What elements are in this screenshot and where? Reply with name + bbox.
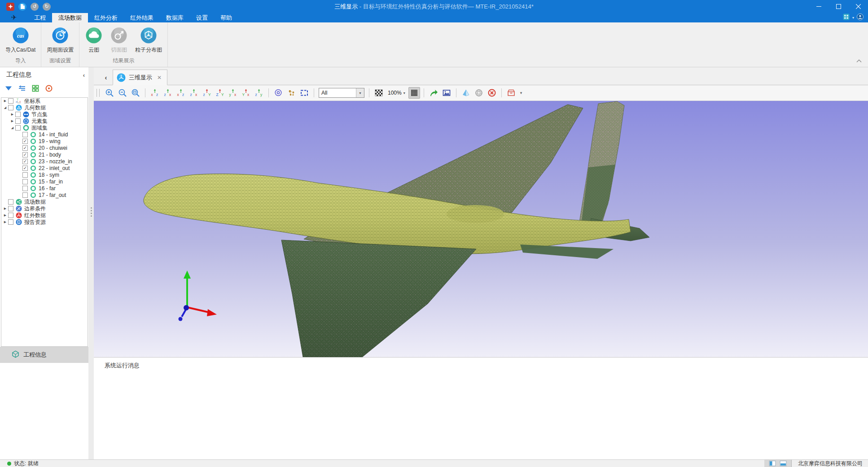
tree-checkbox[interactable] <box>22 179 28 184</box>
zoom-in-icon[interactable] <box>104 87 115 99</box>
viewport-3d[interactable] <box>94 101 868 357</box>
account-icon[interactable] <box>857 13 864 22</box>
tab-close-icon[interactable]: ✕ <box>157 74 162 81</box>
combo-dropdown-icon[interactable]: ▼ <box>356 88 364 97</box>
layout-bottom-icon[interactable] <box>780 461 787 466</box>
layout-left-icon[interactable] <box>769 461 776 466</box>
tree-item[interactable]: ✓22 - inlet_out <box>1 165 88 172</box>
tree-checkbox[interactable] <box>15 118 21 124</box>
mirror-icon[interactable] <box>460 87 472 99</box>
minimize-button[interactable] <box>809 0 829 13</box>
tree-checkbox[interactable] <box>8 98 13 104</box>
tree-item[interactable]: ✓19 - wing <box>1 138 88 145</box>
tree-expander-icon[interactable]: ▶ <box>2 207 8 210</box>
tree-checkbox[interactable]: ✓ <box>22 152 28 157</box>
filter-icon[interactable] <box>4 84 13 93</box>
tree-item[interactable]: 14 - int_fluid <box>1 131 88 138</box>
view-back-icon[interactable]: zx <box>162 87 174 99</box>
undo-icon[interactable]: ↺ <box>31 3 39 11</box>
close-button[interactable] <box>848 0 868 13</box>
view-iso-back-icon[interactable]: Yx <box>240 87 252 99</box>
view-bottom-icon[interactable]: ZY <box>214 87 226 99</box>
tree-item[interactable]: 流场数据 <box>1 199 88 205</box>
locate-icon[interactable] <box>44 84 53 93</box>
tree-checkbox[interactable]: ✓ <box>22 166 28 171</box>
cancel-icon[interactable] <box>486 87 498 99</box>
tree-checkbox[interactable] <box>8 199 13 205</box>
tree-checkbox[interactable] <box>8 206 13 211</box>
tree-item[interactable]: ✓21 - body <box>1 152 88 158</box>
tree-checkbox[interactable] <box>15 125 21 131</box>
sphere-icon[interactable] <box>473 87 485 99</box>
tree-item[interactable]: ▶节点集 <box>1 111 88 118</box>
zoom-out-icon[interactable] <box>117 87 128 99</box>
tab-scroll-left-icon[interactable]: ‹ <box>99 70 113 85</box>
view-left-icon[interactable]: xz <box>175 87 187 99</box>
tree-item[interactable]: ▶边界条件 <box>1 205 88 212</box>
tree-checkbox[interactable]: ✓ <box>22 159 28 164</box>
tree-checkbox[interactable] <box>8 105 13 110</box>
grid-toggle-icon[interactable] <box>408 87 420 99</box>
screenshot-icon[interactable] <box>441 87 452 99</box>
menu-item-database[interactable]: 数据库 <box>160 13 190 22</box>
tree-item[interactable]: ▶Yzx坐标系 <box>1 98 88 105</box>
view-iso-top-icon[interactable]: zy <box>253 87 265 99</box>
tree-item[interactable]: ◢几何数据 <box>1 105 88 111</box>
tree-expander-icon[interactable]: ▶ <box>9 113 15 116</box>
toolbar-drag-handle[interactable] <box>96 89 100 97</box>
tree-expander-icon[interactable]: ▶ <box>2 220 8 224</box>
tree-checkbox[interactable] <box>8 213 13 218</box>
apps-grid-icon[interactable] <box>843 13 850 22</box>
tree-expander-icon[interactable]: ◢ <box>2 106 8 109</box>
ribbon-button-cloud-map[interactable]: 云图 <box>82 24 105 56</box>
tree-item[interactable]: 16 - far <box>1 185 88 192</box>
menu-item-help[interactable]: 帮助 <box>214 13 238 22</box>
tab-3d-view[interactable]: 三维显示 ✕ <box>113 70 167 85</box>
tree-item[interactable]: ▶报告资源 <box>1 219 88 226</box>
grid-view-icon[interactable] <box>31 84 40 93</box>
tree-item[interactable]: ✓20 - chuiwei <box>1 145 88 152</box>
panel-splitter[interactable] <box>88 67 94 459</box>
locate-point-icon[interactable] <box>272 87 284 99</box>
menu-item-flow-field[interactable]: 流场数据 <box>52 13 88 22</box>
view-front-icon[interactable]: xz <box>149 87 161 99</box>
tree-expander-icon[interactable]: ▶ <box>2 214 8 217</box>
tree-checkbox[interactable] <box>8 219 13 225</box>
menu-item-project[interactable]: 工程 <box>28 13 52 22</box>
maximize-button[interactable] <box>829 0 848 13</box>
display-filter-combo[interactable]: All▼ <box>319 88 364 98</box>
section-box-icon[interactable] <box>505 87 517 99</box>
list-settings-icon[interactable] <box>18 84 26 93</box>
tree-checkbox[interactable] <box>22 172 28 178</box>
view-right-icon[interactable]: zx <box>188 87 200 99</box>
tree-item[interactable]: ▶红外数据 <box>1 212 88 219</box>
tree-checkbox[interactable] <box>15 112 21 117</box>
tree-expander-icon[interactable]: ▶ <box>2 99 8 103</box>
menu-item-settings[interactable]: 设置 <box>190 13 214 22</box>
tree-item[interactable]: 17 - far_out <box>1 192 88 199</box>
tree-checkbox[interactable] <box>22 192 28 198</box>
tree-checkbox[interactable]: ✓ <box>22 145 28 151</box>
view-iso-front-icon[interactable]: yx <box>227 87 239 99</box>
particle-select-icon[interactable] <box>285 87 297 99</box>
toolbar-overflow-caret-icon[interactable]: ▾ <box>518 91 524 95</box>
ribbon-button-periodic-face[interactable]: 周期面设置 <box>44 24 76 56</box>
tree-item[interactable]: ▶元素集 <box>1 118 88 125</box>
tree-checkbox[interactable] <box>22 186 28 191</box>
tree-expander-icon[interactable]: ▶ <box>9 119 15 123</box>
tree-item[interactable]: 15 - far_in <box>1 179 88 185</box>
tree-item[interactable]: ✓23 - nozzle_in <box>1 158 88 165</box>
zoom-window-icon[interactable] <box>130 87 141 99</box>
ribbon-button-cas-import[interactable]: cas导入Cas/Dat <box>3 24 38 56</box>
view-top-icon[interactable]: zY <box>201 87 213 99</box>
export-icon[interactable] <box>428 87 439 99</box>
new-file-icon[interactable] <box>18 3 26 11</box>
tree-checkbox[interactable]: ✓ <box>22 139 28 144</box>
tree-item[interactable]: 18 - sym <box>1 172 88 179</box>
ribbon-button-particle-distribution[interactable]: 粒子分布图 <box>132 24 165 56</box>
tree-item[interactable]: ◢面域集 <box>1 125 88 131</box>
menu-item-ir-result[interactable]: 红外结果 <box>124 13 160 22</box>
collapse-ribbon-icon[interactable] <box>856 57 862 65</box>
panel-collapse-icon[interactable]: ‹ <box>83 72 85 79</box>
panel-footer-tab[interactable]: 工程信息 <box>0 347 88 363</box>
